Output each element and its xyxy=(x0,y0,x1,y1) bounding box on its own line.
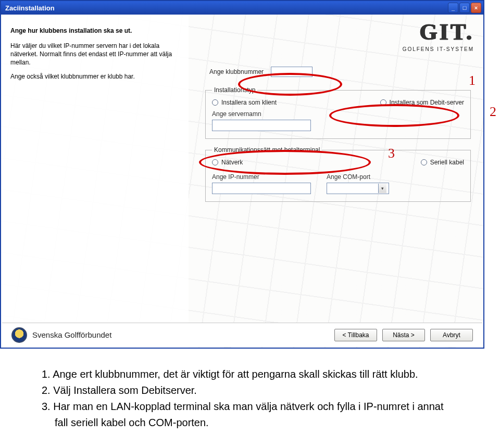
com-port-select[interactable]: ▾ xyxy=(327,183,389,194)
maximize-button[interactable]: □ xyxy=(459,3,470,13)
panel-heading: Ange hur klubbens installation ska se ut… xyxy=(10,27,179,34)
servernamn-field: Ange servernamn xyxy=(212,110,464,131)
radio-klient[interactable]: Installera som klient xyxy=(212,99,277,106)
wizard-footer: Svenska Golfförbundet < Tillbaka Nästa >… xyxy=(2,323,482,347)
com-field: Ange COM-port ▾ xyxy=(327,173,389,194)
instruction-item: 1. Ange ert klubbnummer, det är viktigt … xyxy=(42,367,469,381)
servernamn-label: Ange servernamn xyxy=(212,110,464,118)
installationstyp-fieldset: Installationstyp Installera som klient I… xyxy=(205,86,471,139)
radio-debit[interactable]: Installera som Debit-server xyxy=(380,99,464,106)
kommunikation-legend: Kommunikationssätt mot betalterminal xyxy=(212,146,322,153)
ip-label: Ange IP-nummer xyxy=(212,173,311,181)
window-controls: _ □ × xyxy=(448,3,481,13)
instruction-item: 3. Har man en LAN-kopplad terminal ska m… xyxy=(42,400,469,414)
close-button[interactable]: × xyxy=(471,3,481,13)
instruction-item-cont: fall seriell kabel och COM-porten. xyxy=(42,416,469,430)
logo: GIT. GOLFENS IT-SYSTEM xyxy=(403,19,474,52)
titlebar[interactable]: Zaciinstallation _ □ × xyxy=(1,1,483,15)
radio-natverk[interactable]: Nätverk xyxy=(212,159,243,166)
panel-paragraph: Ange också vilket klubbnummer er klubb h… xyxy=(10,72,179,81)
instructions-block: 1. Ange ert klubbnummer, det är viktigt … xyxy=(0,364,500,430)
sgf-logo-icon xyxy=(11,327,27,343)
servernamn-input[interactable] xyxy=(212,120,311,131)
annotation-number-3: 3 xyxy=(388,146,395,161)
ip-field: Ange IP-nummer xyxy=(212,173,311,194)
chevron-down-icon: ▾ xyxy=(378,184,386,193)
radio-seriell[interactable]: Seriell kabel xyxy=(421,159,464,166)
installer-window: Zaciinstallation _ □ × Ange hur klubbens… xyxy=(0,0,484,349)
cancel-button[interactable]: Avbryt xyxy=(430,329,473,341)
next-button[interactable]: Nästa > xyxy=(382,329,425,341)
window-title: Zaciinstallation xyxy=(5,4,55,12)
annotation-number-1: 1 xyxy=(469,73,476,88)
radio-natverk-label: Nätverk xyxy=(221,159,243,166)
window-body: Ange hur klubbens installation ska se ut… xyxy=(1,15,483,348)
installationstyp-legend: Installationstyp xyxy=(212,86,257,94)
radio-seriell-label: Seriell kabel xyxy=(430,159,464,166)
panel-paragraph: Här väljer du vilket IP-nummer servern h… xyxy=(10,42,179,67)
radio-debit-label: Installera som Debit-server xyxy=(390,99,464,106)
radio-icon xyxy=(421,159,427,165)
com-label: Ange COM-port xyxy=(327,173,389,181)
logo-text: GIT. xyxy=(403,19,474,45)
logo-subtitle: GOLFENS IT-SYSTEM xyxy=(403,46,474,52)
back-button[interactable]: < Tillbaka xyxy=(334,329,377,341)
minimize-button[interactable]: _ xyxy=(448,3,458,13)
org-name: Svenska Golfförbundet xyxy=(32,330,111,339)
wizard-buttons: < Tillbaka Nästa > Avbryt xyxy=(334,329,473,341)
footer-branding: Svenska Golfförbundet xyxy=(11,327,111,343)
radio-klient-label: Installera som klient xyxy=(221,99,277,106)
klubbnummer-label: Ange klubbnummer xyxy=(209,68,264,75)
instruction-panel: Ange hur klubbens installation ska se ut… xyxy=(1,15,189,348)
instruction-item: 2. Välj Installera som Debitserver. xyxy=(42,383,469,398)
form-area: GIT. GOLFENS IT-SYSTEM Ange klubbnummer … xyxy=(189,15,483,348)
klubbnummer-row: Ange klubbnummer xyxy=(199,67,473,77)
radio-icon xyxy=(212,159,218,165)
kommunikation-fieldset: Kommunikationssätt mot betalterminal Nät… xyxy=(205,146,471,202)
annotation-number-2: 2 xyxy=(490,104,496,120)
radio-icon xyxy=(212,99,218,106)
radio-icon xyxy=(380,99,386,106)
klubbnummer-input[interactable] xyxy=(271,67,312,77)
ip-input[interactable] xyxy=(212,183,311,194)
